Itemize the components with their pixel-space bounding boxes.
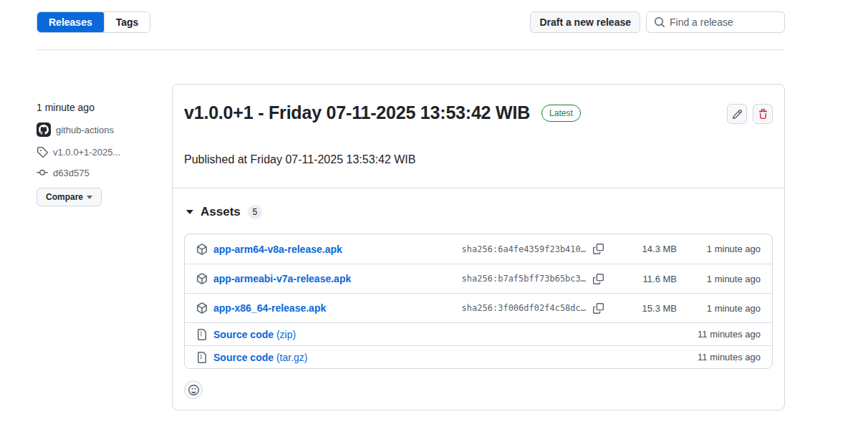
package-icon (196, 302, 208, 314)
github-actions-avatar (37, 122, 51, 137)
asset-time: 11 minutes ago (677, 329, 761, 340)
asset-sha256: sha256:6a4fe4359f23b410… (462, 244, 586, 254)
content: 1 minute ago github-actions v1.0.0+1-202… (0, 84, 868, 410)
edit-release-button[interactable] (727, 104, 747, 124)
asset-left: Source code (zip) (196, 329, 677, 340)
asset-left: app-armeabi-v7a-release.apk (196, 273, 462, 284)
source-link-label: Source code (213, 352, 274, 363)
card-divider (173, 188, 784, 188)
latest-badge: Latest (541, 105, 581, 122)
asset-time: 1 minute ago (677, 244, 761, 254)
tab-releases[interactable]: Releases (37, 11, 105, 33)
release-author[interactable]: github-actions (37, 122, 172, 137)
asset-size: 15.3 MB (604, 303, 677, 314)
release-card: v1.0.0+1 - Friday 07-11-2025 13:53:42 WI… (172, 84, 785, 410)
chevron-down-icon (87, 196, 92, 199)
search-icon (654, 16, 665, 28)
release-relative-time: 1 minute ago (37, 102, 172, 113)
release-sidebar: 1 minute ago github-actions v1.0.0+1-202… (37, 84, 172, 410)
asset-right: sha256:3f006df02f4c58dc… 15.3 MB 1 minut… (462, 303, 761, 314)
asset-row: app-arm64-v8a-release.apk sha256:6a4fe43… (185, 234, 772, 264)
asset-time: 1 minute ago (677, 274, 761, 284)
caret-down-icon (186, 210, 193, 214)
package-icon (196, 244, 208, 255)
asset-time: 1 minute ago (677, 303, 761, 314)
draft-new-release-button[interactable]: Draft a new release (530, 11, 640, 33)
asset-time: 11 minutes ago (677, 352, 761, 362)
published-at-text: Published at Friday 07-11-2025 13:53:42 … (184, 153, 773, 166)
smiley-icon (188, 385, 199, 395)
source-row: Source code (tar.gz) 11 minutes ago (185, 345, 772, 368)
asset-download-link[interactable]: app-armeabi-v7a-release.apk (213, 273, 351, 284)
release-commit-sha: d63d575 (53, 168, 90, 178)
asset-left: Source code (tar.gz) (196, 352, 677, 363)
compare-button-label: Compare (46, 192, 83, 202)
asset-right: sha256:b7af5bff73b65bc3… 11.6 MB 1 minut… (462, 274, 761, 284)
trash-icon (758, 109, 768, 120)
pencil-icon (732, 109, 743, 120)
assets-list: app-arm64-v8a-release.apk sha256:6a4fe43… (184, 234, 773, 369)
add-reaction-button[interactable] (184, 380, 203, 399)
topbar-actions: Draft a new release (530, 11, 785, 33)
asset-sha256: sha256:b7af5bff73b65bc3… (462, 274, 586, 284)
copy-sha-button[interactable] (593, 274, 604, 284)
copy-icon (593, 274, 604, 284)
release-card-header: v1.0.0+1 - Friday 07-11-2025 13:53:42 WI… (184, 102, 773, 124)
topbar: Releases Tags Draft a new release (0, 0, 868, 33)
release-title-wrap: v1.0.0+1 - Friday 07-11-2025 13:53:42 WI… (184, 102, 727, 123)
source-link-ext: (tar.gz) (276, 352, 308, 363)
release-tag[interactable]: v1.0.0+1-2025... (37, 146, 172, 158)
asset-download-link[interactable]: app-x86_64-release.apk (213, 302, 326, 314)
asset-left: app-x86_64-release.apk (196, 302, 462, 314)
assets-label: Assets (201, 205, 241, 219)
release-commit[interactable]: d63d575 (37, 167, 172, 178)
assets-count-badge: 5 (248, 205, 262, 219)
asset-size: 11.6 MB (604, 274, 677, 284)
release-tag-name: v1.0.0+1-2025... (53, 147, 120, 158)
git-commit-icon (37, 167, 48, 178)
package-icon (196, 273, 208, 284)
asset-row: app-armeabi-v7a-release.apk sha256:b7af5… (185, 264, 772, 293)
asset-download-link[interactable]: app-arm64-v8a-release.apk (213, 244, 342, 255)
releases-page: Releases Tags Draft a new release 1 minu… (0, 0, 868, 410)
asset-right: sha256:6a4fe4359f23b410… 14.3 MB 1 minut… (462, 244, 761, 254)
find-release-search[interactable] (646, 11, 785, 33)
asset-left: app-arm64-v8a-release.apk (196, 244, 462, 255)
search-input[interactable] (670, 16, 777, 28)
source-download-link[interactable]: Source code (tar.gz) (213, 352, 308, 363)
release-title: v1.0.0+1 - Friday 07-11-2025 13:53:42 WI… (184, 102, 530, 123)
source-link-label: Source code (213, 329, 274, 340)
source-download-link[interactable]: Source code (zip) (213, 329, 296, 340)
release-tag-switcher: Releases Tags (37, 11, 150, 33)
source-link-ext: (zip) (276, 329, 296, 340)
assets-toggle[interactable]: Assets 5 (184, 205, 773, 219)
file-zip-icon (196, 329, 208, 340)
copy-sha-button[interactable] (593, 303, 604, 314)
copy-icon (593, 244, 604, 254)
header-divider (37, 49, 785, 50)
release-actions (727, 104, 773, 124)
file-zip-icon (196, 352, 208, 363)
asset-size: 14.3 MB (604, 244, 677, 254)
copy-sha-button[interactable] (593, 244, 604, 254)
copy-icon (593, 303, 604, 314)
compare-button[interactable]: Compare (37, 188, 102, 206)
delete-release-button[interactable] (753, 104, 773, 124)
asset-sha256: sha256:3f006df02f4c58dc… (462, 303, 586, 313)
asset-row: app-x86_64-release.apk sha256:3f006df02f… (185, 293, 772, 322)
tab-tags[interactable]: Tags (104, 12, 150, 32)
release-author-name: github-actions (56, 125, 114, 135)
source-row: Source code (zip) 11 minutes ago (185, 322, 772, 345)
tag-icon (37, 146, 48, 158)
